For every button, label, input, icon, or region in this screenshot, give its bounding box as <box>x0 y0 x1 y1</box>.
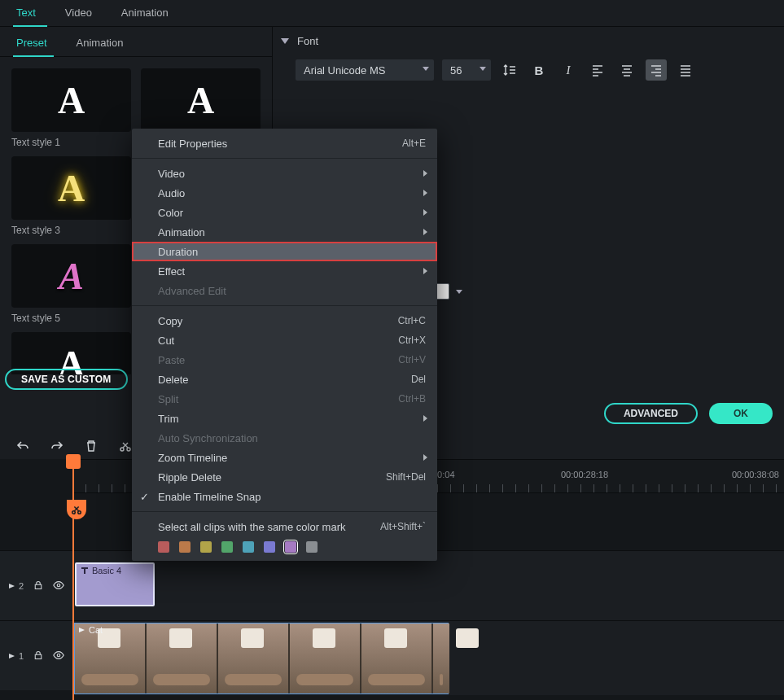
align-right-button[interactable] <box>646 59 667 81</box>
tab-preset[interactable]: Preset <box>13 33 54 57</box>
color-swatch[interactable] <box>221 541 233 553</box>
preset-thumb: A <box>11 244 131 308</box>
cm-animation[interactable]: Animation <box>132 222 437 242</box>
preset-item[interactable]: A Text style 5 <box>11 244 131 324</box>
color-swatch[interactable] <box>285 541 296 553</box>
cm-split: SplitCtrl+B <box>132 389 437 409</box>
lock-icon[interactable] <box>33 580 43 592</box>
font-size-select[interactable]: 56 <box>442 59 491 81</box>
redo-button[interactable] <box>49 438 65 454</box>
timeline-playhead[interactable] <box>72 459 74 700</box>
color-swatch[interactable] <box>264 541 275 553</box>
track-header-2: 2 <box>0 550 72 620</box>
ok-button[interactable]: OK <box>709 403 773 424</box>
cm-ripple-delete[interactable]: Ripple DeleteShift+Del <box>132 467 437 487</box>
context-menu: Edit PropertiesAlt+E Video Audio Color A… <box>132 129 437 561</box>
italic-button[interactable]: I <box>558 59 579 81</box>
cm-duration[interactable]: Duration <box>132 242 437 261</box>
submenu-arrow-icon <box>423 454 427 461</box>
lock-icon[interactable] <box>33 650 43 662</box>
cm-edit-properties[interactable]: Edit PropertiesAlt+E <box>132 133 437 153</box>
cm-advanced-edit: Advanced Edit <box>132 281 437 300</box>
split-button[interactable] <box>117 438 134 454</box>
preset-thumb: A <box>11 68 131 132</box>
svg-point-8 <box>57 654 60 657</box>
color-swatch[interactable] <box>158 541 169 553</box>
video-clip[interactable]: Cat <box>74 623 449 694</box>
ruler-time: 00:00:38:08 <box>732 470 779 479</box>
svg-point-6 <box>57 584 60 587</box>
cm-enable-snap[interactable]: ✓Enable Timeline Snap <box>132 487 437 506</box>
svg-point-0 <box>120 448 124 451</box>
color-swatch[interactable] <box>306 541 318 553</box>
line-spacing-button[interactable] <box>499 59 520 81</box>
visibility-icon[interactable] <box>53 580 64 592</box>
svg-point-1 <box>127 448 130 451</box>
font-family-select[interactable]: Arial Unicode MS <box>296 59 434 81</box>
bold-button[interactable]: B <box>528 59 550 81</box>
clip-label: Basic 4 <box>80 566 121 575</box>
cm-select-same-color[interactable]: Select all clips with the same color mar… <box>132 517 437 536</box>
cm-delete[interactable]: DeleteDel <box>132 370 437 389</box>
align-justify-button[interactable] <box>675 59 696 81</box>
cm-auto-sync: Auto Synchronization <box>132 428 437 448</box>
color-swatch[interactable] <box>179 541 191 553</box>
cm-copy[interactable]: CopyCtrl+C <box>132 311 437 330</box>
submenu-arrow-icon <box>423 229 427 235</box>
track-number: 1 <box>8 651 24 661</box>
delete-button[interactable] <box>83 438 99 454</box>
advanced-button[interactable]: ADVANCED <box>604 403 698 424</box>
chevron-down-icon <box>480 67 486 71</box>
track-header-1: 1 <box>0 620 72 690</box>
split-marker-icon[interactable] <box>67 500 86 519</box>
font-section-header[interactable]: Font <box>273 27 784 53</box>
cm-color[interactable]: Color <box>132 203 437 222</box>
preset-label: Text style 1 <box>11 137 131 148</box>
cm-audio[interactable]: Audio <box>132 183 437 203</box>
submenu-arrow-icon <box>423 415 427 422</box>
tab-text[interactable]: Text <box>13 0 47 27</box>
text-clip[interactable]: Basic 4 <box>75 562 155 606</box>
align-left-button[interactable] <box>587 59 608 81</box>
preset-label: Text style 5 <box>11 313 131 324</box>
preset-label: Text style 3 <box>11 225 131 236</box>
preset-thumb: A <box>141 68 261 132</box>
cm-cut[interactable]: CutCtrl+X <box>132 330 437 350</box>
submenu-arrow-icon <box>423 190 427 196</box>
ruler-time: 00:00:28:18 <box>561 470 608 479</box>
color-swatch[interactable] <box>243 541 254 553</box>
submenu-arrow-icon <box>423 268 427 274</box>
submenu-arrow-icon <box>423 170 427 177</box>
font-size-value: 56 <box>450 64 462 77</box>
cm-trim[interactable]: Trim <box>132 409 437 428</box>
color-chip-row <box>433 283 462 300</box>
check-icon: ✓ <box>140 491 149 503</box>
color-swatch[interactable] <box>200 541 212 553</box>
collapse-icon <box>281 38 289 44</box>
cm-zoom-timeline[interactable]: Zoom Timeline <box>132 448 437 467</box>
top-tab-bar: Text Video Animation <box>0 0 784 27</box>
align-center-button[interactable] <box>616 59 637 81</box>
cm-paste: PasteCtrl+V <box>132 350 437 370</box>
tab-animation[interactable]: Animation <box>118 0 180 26</box>
undo-button[interactable] <box>15 438 31 454</box>
track-body-1[interactable]: Cat <box>72 620 784 695</box>
save-as-custom-button[interactable]: SAVE AS CUSTOM <box>5 369 128 390</box>
submenu-arrow-icon <box>423 209 427 216</box>
tab-video[interactable]: Video <box>62 0 103 26</box>
cm-color-swatches <box>132 536 437 556</box>
preset-item[interactable]: A Text style 3 <box>11 156 131 236</box>
svg-rect-5 <box>35 584 42 588</box>
svg-point-4 <box>78 511 81 514</box>
clip-label: Cat <box>78 625 103 635</box>
preset-thumb: A <box>11 156 131 220</box>
track-number: 2 <box>8 581 24 591</box>
preset-item[interactable]: A Text style 1 <box>11 68 131 148</box>
cm-video[interactable]: Video <box>132 164 437 183</box>
visibility-icon[interactable] <box>53 650 64 662</box>
chevron-down-icon <box>423 67 429 71</box>
tab-preset-animation[interactable]: Animation <box>73 33 130 56</box>
cm-effect[interactable]: Effect <box>132 261 437 281</box>
font-section-title: Font <box>297 35 318 47</box>
font-family-value: Arial Unicode MS <box>304 64 385 77</box>
